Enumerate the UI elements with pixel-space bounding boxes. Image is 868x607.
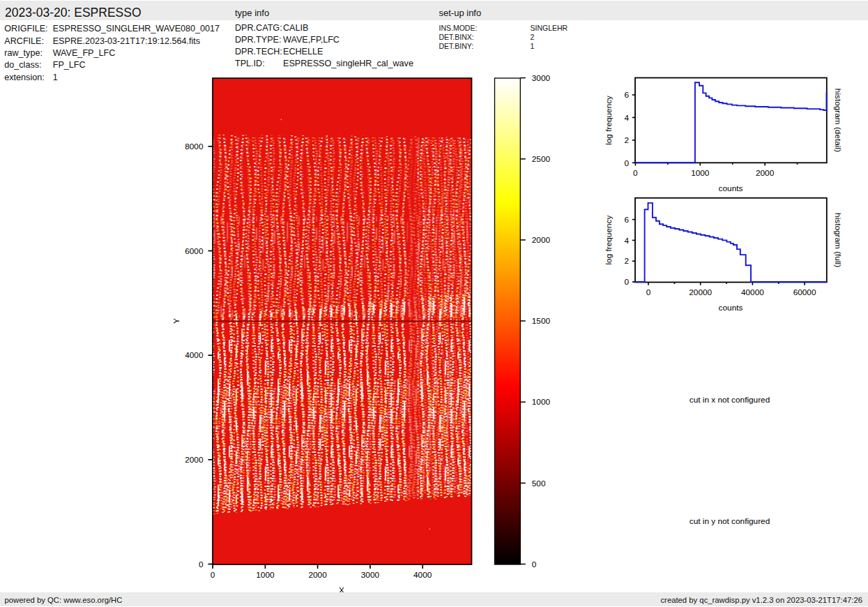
svg-text:4000: 4000 — [185, 350, 204, 360]
svg-text:1000: 1000 — [691, 168, 710, 178]
svg-text:histogram (full): histogram (full) — [833, 213, 843, 267]
svg-text:0: 0 — [199, 560, 204, 569]
svg-text:1000: 1000 — [256, 570, 275, 580]
svg-text:cut in x not configured: cut in x not configured — [690, 395, 770, 405]
svg-text:3000: 3000 — [532, 73, 551, 83]
svg-text:1500: 1500 — [532, 316, 551, 326]
svg-text:8000: 8000 — [185, 142, 204, 151]
svg-text:2000: 2000 — [185, 455, 204, 465]
svg-text:2: 2 — [624, 256, 629, 266]
svg-text:3000: 3000 — [361, 570, 380, 580]
svg-text:2500: 2500 — [532, 154, 551, 164]
svg-text:0: 0 — [532, 560, 537, 569]
svg-text:0: 0 — [624, 277, 629, 287]
svg-text:20000: 20000 — [689, 287, 712, 297]
svg-text:500: 500 — [532, 479, 546, 488]
svg-text:6: 6 — [624, 90, 629, 100]
svg-text:cut in y not configured: cut in y not configured — [690, 516, 770, 526]
svg-text:0: 0 — [624, 158, 629, 168]
svg-text:40000: 40000 — [741, 287, 764, 297]
svg-text:0: 0 — [211, 570, 215, 580]
svg-text:log frequency: log frequency — [604, 216, 614, 265]
svg-text:6000: 6000 — [185, 246, 204, 256]
svg-text:0: 0 — [633, 168, 638, 178]
svg-text:60000: 60000 — [793, 287, 816, 297]
svg-text:histogram (detail): histogram (detail) — [833, 89, 843, 152]
svg-text:1000: 1000 — [532, 397, 551, 407]
svg-text:counts: counts — [719, 303, 743, 313]
svg-text:2: 2 — [624, 135, 629, 145]
svg-text:6: 6 — [624, 215, 629, 225]
svg-text:log frequency: log frequency — [604, 96, 614, 145]
svg-text:4: 4 — [624, 236, 629, 246]
svg-text:2000: 2000 — [532, 235, 551, 245]
svg-text:Y: Y — [172, 318, 181, 324]
svg-text:4: 4 — [624, 113, 629, 123]
svg-text:counts: counts — [719, 183, 743, 193]
svg-text:0: 0 — [646, 287, 651, 297]
svg-text:2000: 2000 — [756, 168, 775, 178]
svg-text:4000: 4000 — [413, 570, 432, 580]
svg-text:2000: 2000 — [308, 570, 327, 580]
